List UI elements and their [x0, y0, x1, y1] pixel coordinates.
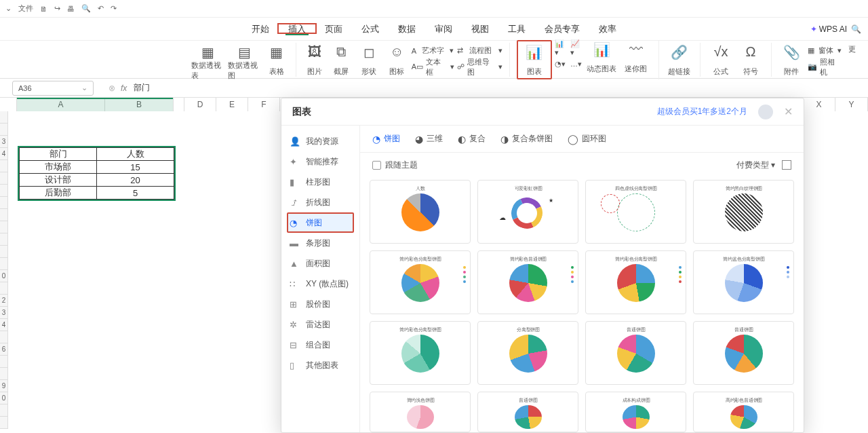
table-header-cell[interactable]: 人数: [97, 148, 174, 161]
avatar[interactable]: [758, 105, 773, 119]
close-icon[interactable]: ✕: [784, 105, 793, 118]
textbox-button[interactable]: A▭ 文本框▾: [412, 59, 454, 74]
sparkline-button[interactable]: 〰 迷你图: [620, 40, 652, 74]
shape-button[interactable]: ◻ 形状: [356, 43, 382, 77]
redo-icon[interactable]: ↷: [111, 4, 117, 13]
row-header[interactable]: [0, 160, 8, 172]
row-header[interactable]: 6: [0, 343, 8, 356]
form-button[interactable]: ▦ 窗体▾: [808, 43, 842, 58]
search-icon[interactable]: 🔍: [851, 24, 861, 34]
sidebar-other-chart[interactable]: ▯其他图表: [281, 355, 359, 375]
tab-efficiency[interactable]: 效率: [589, 18, 626, 40]
promo-link[interactable]: 超级会员买1年多送2个月: [657, 106, 747, 117]
chart-card[interactable]: 人数: [370, 180, 471, 244]
pie-chart-button[interactable]: ◔▾: [555, 56, 568, 71]
row-header[interactable]: 4: [0, 148, 8, 160]
name-box[interactable]: A36 ⌄: [12, 81, 94, 96]
table-header-cell[interactable]: 部门: [20, 148, 97, 161]
follow-theme-checkbox[interactable]: [372, 161, 381, 170]
row-header[interactable]: [0, 282, 8, 295]
row-header[interactable]: [0, 172, 8, 185]
subnav-doughnut[interactable]: ◯圆环图: [568, 133, 606, 145]
tab-review[interactable]: 审阅: [425, 18, 462, 40]
tab-data[interactable]: 数据: [389, 18, 425, 40]
chart-card[interactable]: 简约彩色分离型饼图: [585, 250, 686, 314]
table-cell[interactable]: 15: [97, 161, 174, 174]
col-header-a[interactable]: A: [17, 98, 105, 111]
bar-chart-button[interactable]: 📊▾: [555, 40, 568, 55]
chart-card[interactable]: 四色虚线分离型饼图: [585, 180, 686, 244]
subnav-3d[interactable]: ◕三维: [415, 133, 443, 145]
mindmap-button[interactable]: ☍ 思维导图▾: [457, 59, 502, 74]
preview-icon[interactable]: 🔍: [81, 4, 91, 13]
undo-icon[interactable]: ↶: [98, 4, 104, 13]
col-header-e[interactable]: E: [216, 98, 248, 111]
row-header[interactable]: 0: [0, 392, 8, 404]
col-header-c-gap[interactable]: [174, 98, 184, 111]
grid-layout-icon[interactable]: [782, 160, 791, 170]
row-header[interactable]: [0, 331, 8, 343]
row-header[interactable]: [0, 209, 8, 221]
tab-formula[interactable]: 公式: [352, 18, 389, 40]
fx-label[interactable]: fx: [121, 83, 127, 93]
pivot-chart-button[interactable]: ▤ 数据透视图: [228, 43, 262, 77]
row-header[interactable]: 0: [0, 270, 8, 282]
table-button[interactable]: ▦ 表格: [264, 43, 289, 77]
wps-ai-button[interactable]: ✦ WPS AI: [810, 24, 847, 34]
tab-member[interactable]: 会员专享: [535, 18, 589, 40]
symbol-button[interactable]: Ω 符号: [737, 43, 764, 77]
chart-card[interactable]: 简约浅色饼图: [370, 392, 471, 432]
table-cell[interactable]: 5: [97, 187, 174, 200]
sidebar-pie-chart[interactable]: ◔饼图: [287, 212, 354, 233]
export-icon[interactable]: ↪: [54, 4, 60, 13]
more-chart-button[interactable]: …▾: [570, 56, 583, 71]
hyperlink-button[interactable]: 🔗 超链接: [666, 43, 693, 77]
row-header[interactable]: [0, 417, 8, 429]
sidebar-stock-chart[interactable]: ⊞股价图: [281, 294, 359, 314]
screenshot-button[interactable]: ⧉ 截屏: [330, 43, 353, 77]
row-header[interactable]: 4: [0, 319, 8, 331]
sidebar-combo-chart[interactable]: ⊟组合图: [281, 335, 359, 355]
save-icon[interactable]: 🗎: [40, 5, 47, 13]
sidebar-radar-chart[interactable]: ✲雷达图: [281, 314, 359, 335]
tab-start[interactable]: 开始: [242, 18, 279, 40]
subnav-pie[interactable]: ◔饼图: [372, 133, 400, 145]
pivot-table-button[interactable]: ▦ 数据透视表: [191, 43, 225, 77]
row-header[interactable]: [0, 233, 8, 246]
icon-button[interactable]: ☺ 图标: [385, 43, 409, 77]
chart-card[interactable]: 成本构成饼图: [585, 392, 686, 432]
tab-tools[interactable]: 工具: [498, 18, 535, 40]
chart-card[interactable]: 简约彩色分离型饼图: [370, 321, 471, 385]
sidebar-bar-h-chart[interactable]: ▬条形图: [281, 233, 359, 253]
sidebar-area-chart[interactable]: ▲面积图: [281, 253, 359, 274]
row-header[interactable]: 9: [0, 380, 8, 392]
equation-button[interactable]: √x 公式: [707, 43, 734, 77]
chart-card[interactable]: 简约彩色普通饼图: [477, 250, 578, 314]
table-cell[interactable]: 20: [97, 174, 174, 187]
chart-card[interactable]: 简约彩色分离型饼图: [370, 250, 471, 314]
sidebar-smart-recommend[interactable]: ✦智能推荐: [281, 151, 359, 172]
attachment-button[interactable]: 📎 附件: [778, 43, 805, 77]
row-header[interactable]: [0, 246, 8, 258]
row-header[interactable]: [0, 404, 8, 417]
row-header[interactable]: [0, 368, 8, 380]
chart-card[interactable]: 普通饼图: [477, 392, 578, 432]
row-header[interactable]: [0, 258, 8, 270]
tab-view[interactable]: 视图: [462, 18, 498, 40]
sidebar-line-chart[interactable]: ⭜折线图: [281, 192, 359, 212]
chart-card[interactable]: 普通饼图: [693, 321, 794, 385]
chart-card[interactable]: 简约蓝色分离型饼图: [693, 250, 794, 314]
pay-type-dropdown[interactable]: 付费类型 ▾: [736, 159, 775, 171]
subnav-compound-bar[interactable]: ◑复合条饼图: [500, 133, 553, 145]
line-chart-button[interactable]: 📈▾: [570, 40, 583, 55]
sidebar-my-resources[interactable]: 👤我的资源: [281, 131, 359, 151]
row-header[interactable]: 2: [0, 295, 8, 307]
chart-card[interactable]: 高约彩色普通饼图: [693, 392, 794, 432]
print-icon[interactable]: 🖶: [67, 5, 75, 13]
row-header[interactable]: [0, 221, 8, 233]
col-header-d[interactable]: D: [184, 98, 216, 111]
row-header[interactable]: [0, 124, 8, 136]
table-cell[interactable]: 市场部: [20, 161, 97, 174]
row-header[interactable]: [0, 197, 8, 209]
flowchart-button[interactable]: ⇄ 流程图▾: [457, 43, 502, 58]
